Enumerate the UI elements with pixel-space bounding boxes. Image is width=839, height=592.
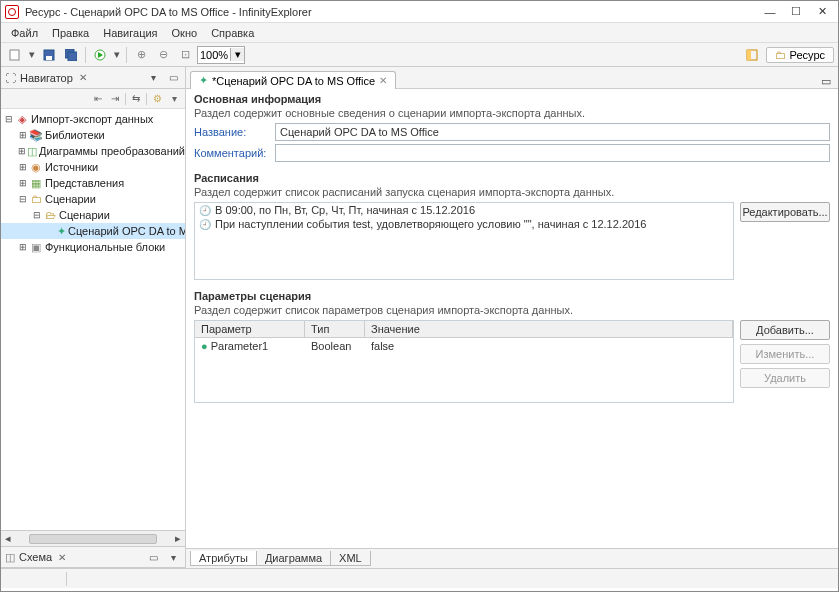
- new-button[interactable]: [5, 45, 25, 65]
- edit-param-button[interactable]: Изменить...: [740, 344, 830, 364]
- schedule-text: В 09:00, по Пн, Вт, Ср, Чт, Пт, начиная …: [215, 204, 475, 216]
- schedule-text: При наступлении события test, удовлетвор…: [215, 218, 646, 230]
- tree-item-libraries[interactable]: ⊞ 📚 Библиотеки: [1, 127, 185, 143]
- minimize-panel-button[interactable]: ▭: [165, 70, 181, 86]
- param-row[interactable]: ● Parameter1 Boolean false: [195, 338, 733, 354]
- schema-close[interactable]: ✕: [58, 552, 66, 563]
- tree-hscrollbar[interactable]: ◂ ▸: [1, 530, 185, 546]
- delete-param-button[interactable]: Удалить: [740, 368, 830, 388]
- link-button[interactable]: ⚙: [150, 92, 164, 106]
- collapse-icon[interactable]: ⊟: [3, 114, 15, 124]
- scenario-icon: ✦: [57, 225, 66, 238]
- zoom-combo[interactable]: ▾: [197, 46, 245, 64]
- menu-file[interactable]: Файл: [5, 25, 44, 41]
- edit-schedule-button[interactable]: Редактировать...: [740, 202, 830, 222]
- add-param-button[interactable]: Добавить...: [740, 320, 830, 340]
- run-dropdown[interactable]: ▾: [112, 45, 122, 65]
- params-table[interactable]: Параметр Тип Значение ● Parameter1 Boole…: [194, 320, 734, 403]
- col-param[interactable]: Параметр: [195, 321, 305, 337]
- tab-diagram[interactable]: Диаграмма: [256, 551, 331, 566]
- navigator-tree[interactable]: ⊟ ◈ Импорт-экспорт данных ⊞ 📚 Библиотеки…: [1, 109, 185, 530]
- tree-item-sources[interactable]: ⊞ ◉ Источники: [1, 159, 185, 175]
- tree-item-views[interactable]: ⊞ ▦ Представления: [1, 175, 185, 191]
- expand-icon[interactable]: ⊞: [17, 178, 29, 188]
- resource-label: Ресурс: [790, 49, 825, 61]
- schema-icon: ◫: [5, 551, 15, 564]
- close-button[interactable]: ✕: [810, 3, 834, 21]
- run-button[interactable]: [90, 45, 110, 65]
- view-menu-button[interactable]: ▾: [145, 70, 161, 86]
- folder-open-icon: 🗁: [43, 209, 57, 221]
- name-input[interactable]: [275, 123, 830, 141]
- schema-min-button[interactable]: ▾: [165, 549, 181, 565]
- source-icon: ◉: [29, 161, 43, 174]
- save-button[interactable]: [39, 45, 59, 65]
- zoom-input[interactable]: [198, 49, 230, 61]
- resource-perspective[interactable]: 🗀 Ресурс: [766, 47, 834, 63]
- col-value[interactable]: Значение: [365, 321, 733, 337]
- schedules-title: Расписания: [194, 172, 830, 184]
- maximize-button[interactable]: ☐: [784, 3, 808, 21]
- folder-icon: 🗀: [775, 49, 786, 61]
- main-toolbar: ▾ ▾ ⊕ ⊖ ⊡ ▾ 🗀 Ресурс: [1, 43, 838, 67]
- tree-item-scenario-opc[interactable]: ✦ Сценарий OPC DA to MS Off: [1, 223, 185, 239]
- schedules-list[interactable]: 🕘 В 09:00, по Пн, Вт, Ср, Чт, Пт, начина…: [194, 202, 734, 280]
- clock-icon: 🕘: [199, 219, 211, 230]
- minimize-button[interactable]: —: [758, 3, 782, 21]
- zoom-fit-button[interactable]: ⊡: [175, 45, 195, 65]
- tab-close-icon[interactable]: ✕: [379, 75, 387, 86]
- tree-item-scenarios-sub[interactable]: ⊟ 🗁 Сценарии: [1, 207, 185, 223]
- collapse-button[interactable]: ⇤: [91, 92, 105, 106]
- comment-input[interactable]: [275, 144, 830, 162]
- scroll-right-icon[interactable]: ▸: [171, 532, 185, 545]
- expand-icon[interactable]: ⊞: [17, 130, 29, 140]
- sync-button[interactable]: ⇆: [129, 92, 143, 106]
- bullet-icon: ●: [201, 340, 208, 352]
- navigator-title: Навигатор: [20, 72, 73, 84]
- clock-icon: 🕘: [199, 205, 211, 216]
- name-label: Название:: [194, 126, 269, 138]
- expand-button[interactable]: ⇥: [108, 92, 122, 106]
- collapse-icon[interactable]: ⊟: [17, 194, 29, 204]
- zoom-dropdown-icon[interactable]: ▾: [230, 48, 244, 61]
- tree-item-scenarios[interactable]: ⊟ 🗀 Сценарии: [1, 191, 185, 207]
- zoom-in-button[interactable]: ⊕: [131, 45, 151, 65]
- tree-item-blocks[interactable]: ⊞ ▣ Функциональные блоки: [1, 239, 185, 255]
- svg-rect-2: [46, 56, 52, 60]
- params-section: Параметры сценария Раздел содержит списо…: [194, 290, 830, 403]
- status-cell: [7, 572, 67, 586]
- schedule-item[interactable]: 🕘 При наступлении события test, удовлетв…: [195, 217, 733, 231]
- tree-root[interactable]: ⊟ ◈ Импорт-экспорт данных: [1, 111, 185, 127]
- filter-button[interactable]: ▾: [167, 92, 181, 106]
- scroll-left-icon[interactable]: ◂: [1, 532, 15, 545]
- schedule-item[interactable]: 🕘 В 09:00, по Пн, Вт, Ср, Чт, Пт, начина…: [195, 203, 733, 217]
- editor-tab[interactable]: ✦ *Сценарий OPC DA to MS Office ✕: [190, 71, 396, 89]
- scenario-icon: ✦: [199, 74, 208, 87]
- expand-icon[interactable]: ⊞: [17, 162, 29, 172]
- expand-icon[interactable]: ⊞: [17, 242, 29, 252]
- tree-item-diagrams[interactable]: ⊞ ◫ Диаграммы преобразований: [1, 143, 185, 159]
- expand-icon[interactable]: ⊞: [17, 146, 26, 156]
- save-all-button[interactable]: [61, 45, 81, 65]
- menu-edit[interactable]: Правка: [46, 25, 95, 41]
- zoom-out-button[interactable]: ⊖: [153, 45, 173, 65]
- scroll-thumb[interactable]: [29, 534, 157, 544]
- editor-max-button[interactable]: ▭: [818, 75, 834, 88]
- window-title: Ресурс - Сценарий OPC DA to MS Office - …: [25, 6, 758, 18]
- col-type[interactable]: Тип: [305, 321, 365, 337]
- title-bar: Ресурс - Сценарий OPC DA to MS Office - …: [1, 1, 838, 23]
- tab-xml[interactable]: XML: [330, 551, 371, 566]
- collapse-icon[interactable]: ⊟: [31, 210, 43, 220]
- menu-window[interactable]: Окно: [166, 25, 204, 41]
- menu-help[interactable]: Справка: [205, 25, 260, 41]
- basic-info-section: Основная информация Раздел содержит осно…: [194, 93, 830, 162]
- menu-navigate[interactable]: Навигация: [97, 25, 163, 41]
- schema-menu-button[interactable]: ▭: [145, 549, 161, 565]
- basic-info-desc: Раздел содержит основные сведения о сцен…: [194, 107, 830, 119]
- tab-attributes[interactable]: Атрибуты: [190, 551, 257, 566]
- svg-rect-4: [68, 52, 77, 61]
- navigator-close[interactable]: ✕: [79, 72, 87, 83]
- bottom-tab-bar: Атрибуты Диаграмма XML: [186, 548, 838, 568]
- perspective-button[interactable]: [742, 45, 762, 65]
- new-dropdown[interactable]: ▾: [27, 45, 37, 65]
